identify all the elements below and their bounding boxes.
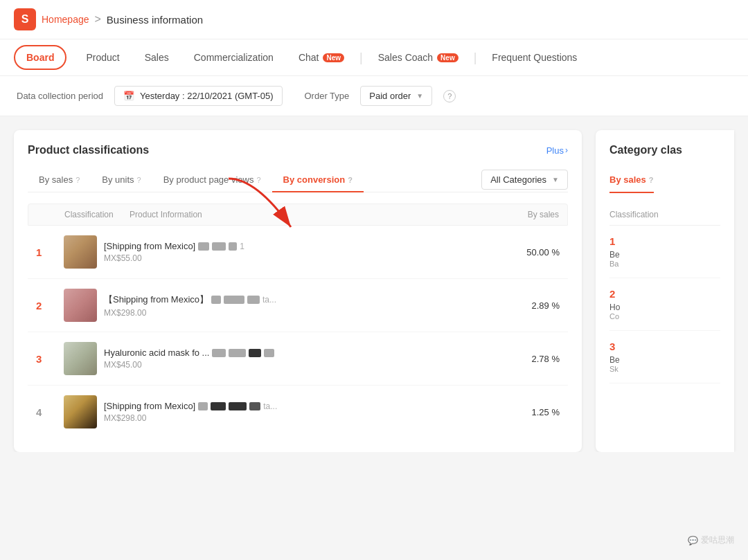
nav-item-commercialization[interactable]: Commercialization <box>181 41 286 74</box>
product-name-wrap-2: 【Shipping from Mexico】 ta... MX$298.00 <box>104 293 276 318</box>
breadcrumb-separator: > <box>95 13 101 26</box>
category-name-1: Be <box>609 250 720 260</box>
breadcrumb-home[interactable]: Homepage <box>42 14 89 25</box>
product-name-1: [Shipping from Mexico] 1 <box>104 241 244 251</box>
sales-pct-2: 2.89 % <box>490 300 560 311</box>
chevron-down-icon: ▼ <box>416 92 423 100</box>
rank-2: 2 <box>36 300 64 311</box>
product-info-3: Hyaluronic acid mask fo ... MX$45.00 <box>64 342 490 375</box>
sales-pct-3: 2.78 % <box>490 354 560 364</box>
table-row: 4 [Shipping from Mexico] ta... <box>28 386 568 438</box>
nav-sep-1: | <box>359 51 363 65</box>
shopee-logo: S <box>14 8 36 30</box>
date-value: Yesterday : 22/10/2021 (GMT-05) <box>140 91 273 101</box>
date-picker[interactable]: 📅 Yesterday : 22/10/2021 (GMT-05) <box>114 86 282 106</box>
nav-item-frequent-questions[interactable]: Frequent Questions <box>479 41 589 74</box>
nav-sep-2: | <box>474 51 477 65</box>
by-sales-help-icon[interactable]: ? <box>75 176 80 184</box>
product-price-4: MX$298.00 <box>104 413 277 423</box>
category-sub-1: Ba <box>609 260 720 268</box>
category-value: All Categories <box>490 174 546 185</box>
product-image-1 <box>64 235 97 269</box>
product-price-2: MX$298.00 <box>104 308 276 318</box>
category-classifications-card: Category clas By sales ? Classification … <box>596 130 734 452</box>
navigation-bar: Board Product Sales Commercialization Ch… <box>0 39 748 76</box>
tab-by-conversion[interactable]: By conversion ? <box>272 168 364 192</box>
sales-coach-new-badge: New <box>437 53 458 62</box>
category-sub-2: Co <box>609 312 720 320</box>
by-conversion-help-icon[interactable]: ? <box>348 176 353 184</box>
category-row-2: 2 Ho Co <box>609 278 720 331</box>
category-card-title: Category clas <box>609 144 720 156</box>
product-price-1: MX$55.00 <box>104 253 244 263</box>
category-rank-1: 1 <box>609 235 720 247</box>
breadcrumb-current: Business information <box>107 14 203 26</box>
category-col-header: Classification <box>609 210 659 219</box>
chevron-down-icon: ▼ <box>552 176 559 183</box>
table-row: 1 [Shipping from Mexico] 1 MX$55.0 <box>28 226 568 279</box>
rank-1: 1 <box>36 246 64 258</box>
card-title: Product classifications <box>28 144 149 156</box>
nav-item-sales-coach[interactable]: Sales Coach New <box>366 41 471 74</box>
category-rank-3: 3 <box>609 341 720 352</box>
order-type-label: Order Type <box>305 91 350 101</box>
chat-new-badge: New <box>323 53 344 62</box>
category-name-3: Be <box>609 355 720 365</box>
category-rank-2: 2 <box>609 288 720 300</box>
product-image-3 <box>64 342 97 375</box>
order-type-value: Paid order <box>369 91 411 101</box>
product-info-1: [Shipping from Mexico] 1 MX$55.00 <box>64 235 490 269</box>
sales-pct-1: 50.00 % <box>490 247 560 258</box>
col-product-header: Classification Product Information <box>64 210 490 219</box>
tab-by-sales[interactable]: By sales ? <box>28 168 91 192</box>
page-header: S Homepage > Business information <box>0 0 748 39</box>
plus-link[interactable]: Plus › <box>546 145 568 156</box>
category-sub-3: Sk <box>609 365 720 373</box>
sales-pct-4: 1.25 % <box>490 407 560 417</box>
category-by-sales-help[interactable]: ? <box>649 176 654 184</box>
tab-by-units[interactable]: By units ? <box>91 168 152 192</box>
product-info-2: 【Shipping from Mexico】 ta... MX$298.00 <box>64 289 490 322</box>
col-rank-header <box>37 210 64 219</box>
product-name-wrap-3: Hyaluronic acid mask fo ... MX$45.00 <box>104 347 274 370</box>
help-icon[interactable]: ? <box>443 90 456 102</box>
col-sales-header: By sales <box>490 210 559 219</box>
table-header: Classification Product Information By sa… <box>28 204 568 226</box>
filter-bar: Data collection period 📅 Yesterday : 22/… <box>0 76 748 116</box>
rank-3: 3 <box>36 353 64 365</box>
category-name-2: Ho <box>609 302 720 312</box>
classification-tabs: By sales ? By units ? By product page vi… <box>28 168 568 192</box>
table-row: 3 Hyaluronic acid mask fo ... MX$ <box>28 332 568 386</box>
nav-item-chat[interactable]: Chat New <box>286 41 357 74</box>
by-units-help-icon[interactable]: ? <box>137 176 141 184</box>
table-row: 2 【Shipping from Mexico】 ta... MX$ <box>28 279 568 332</box>
nav-item-board[interactable]: Board <box>14 45 66 70</box>
period-label: Data collection period <box>17 91 103 101</box>
product-name-4: [Shipping from Mexico] ta... <box>104 401 277 411</box>
product-info-4: [Shipping from Mexico] ta... MX$298.00 <box>64 395 490 428</box>
tab-category-by-sales[interactable]: By sales ? <box>609 168 654 193</box>
category-dropdown[interactable]: All Categories ▼ <box>481 170 568 190</box>
tab-by-page-views[interactable]: By product page views ? <box>152 168 272 192</box>
product-name-wrap-4: [Shipping from Mexico] ta... MX$298.00 <box>104 401 277 423</box>
order-type-dropdown[interactable]: Paid order ▼ <box>360 86 432 106</box>
category-row-1: 1 Be Ba <box>609 226 720 278</box>
nav-item-product[interactable]: Product <box>73 41 132 74</box>
main-content: Product classifications Plus › By sales … <box>0 130 748 452</box>
product-name-wrap-1: [Shipping from Mexico] 1 MX$55.00 <box>104 241 244 263</box>
tab-right-area: All Categories ▼ <box>481 170 568 190</box>
product-price-3: MX$45.00 <box>104 360 274 370</box>
nav-item-sales[interactable]: Sales <box>132 41 181 74</box>
product-name-2: 【Shipping from Mexico】 ta... <box>104 293 276 306</box>
category-row-3: 3 Be Sk <box>609 331 720 383</box>
calendar-icon: 📅 <box>123 91 134 101</box>
product-image-4 <box>64 395 97 428</box>
product-name-3: Hyaluronic acid mask fo ... <box>104 347 274 358</box>
product-image-2 <box>64 289 97 322</box>
card-header: Product classifications Plus › <box>28 144 568 156</box>
by-page-views-help-icon[interactable]: ? <box>256 176 260 184</box>
product-classifications-card: Product classifications Plus › By sales … <box>14 130 582 452</box>
rank-4: 4 <box>36 406 64 418</box>
chevron-right-icon: › <box>565 145 568 155</box>
